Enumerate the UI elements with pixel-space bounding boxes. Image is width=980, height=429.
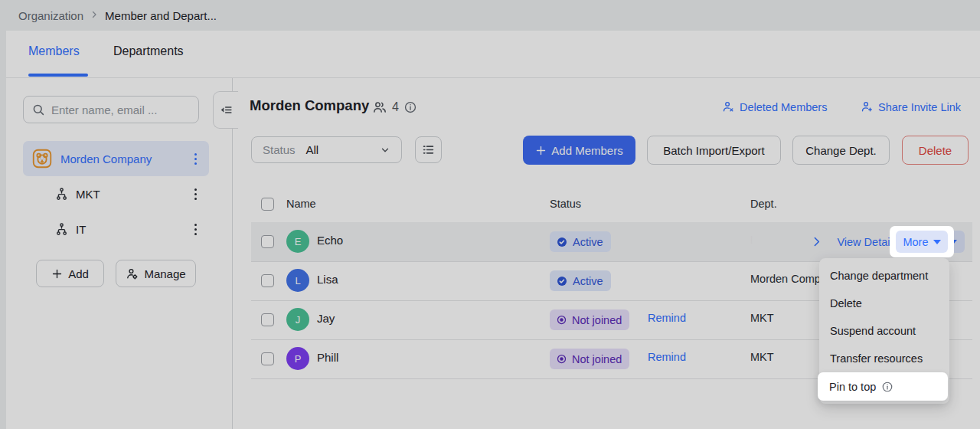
more-button-spotlight[interactable]: More	[890, 226, 954, 257]
more-button-label: More	[903, 236, 928, 248]
more-button[interactable]: More	[896, 231, 948, 253]
caret-down-icon	[933, 240, 941, 244]
guide-dim-overlay	[0, 0, 980, 429]
pin-to-top-label: Pin to top	[829, 381, 876, 393]
pin-to-top-spotlight[interactable]: Pin to top	[818, 372, 948, 401]
info-icon	[881, 381, 893, 393]
member-admin-screen: Organization Member and Depart... Member…	[0, 0, 980, 429]
